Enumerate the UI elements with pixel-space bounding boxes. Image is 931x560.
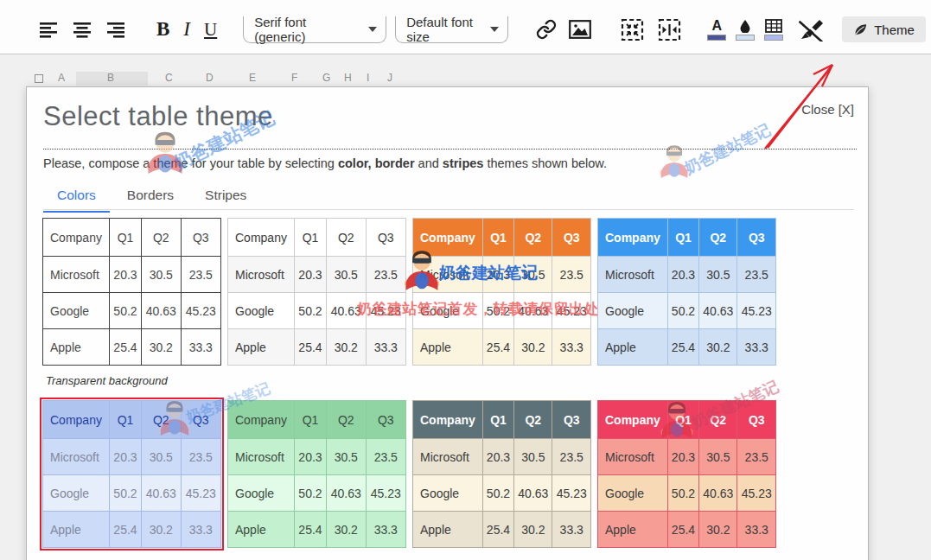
data-cell: Microsoft [228,257,295,293]
column-header-E[interactable]: E [249,72,256,84]
header-cell: Q2 [514,219,552,257]
leaf-icon [853,22,868,37]
column-header-D[interactable]: D [206,72,214,84]
data-cell: 20.3 [667,257,698,293]
column-header-J[interactable]: J [387,72,392,84]
data-cell: 45.23 [737,475,776,512]
select-all-checkbox[interactable] [35,74,43,83]
highlight-color-button[interactable] [736,19,755,41]
data-cell: 23.5 [737,439,776,475]
align-center-button[interactable] [73,21,92,38]
fit-table-content-button[interactable] [621,18,644,41]
tab-stripes[interactable]: Stripes [191,181,260,213]
header-cell: Q2 [699,401,737,439]
align-right-button[interactable] [106,21,125,38]
theme-card-periwinkle: CompanyQ1Q2Q3Microsoft20.330.523.5Google… [42,400,221,551]
data-cell: 45.23 [737,293,776,329]
column-header-A[interactable]: A [58,72,65,84]
data-cell: 20.3 [109,257,141,293]
column-header-C[interactable]: C [165,72,173,84]
bold-button[interactable]: B [156,18,169,41]
theme-table-periwinkle[interactable]: CompanyQ1Q2Q3Microsoft20.330.523.5Google… [42,400,221,548]
font-size-select[interactable]: Default font size [395,16,508,43]
data-cell: 20.3 [482,257,513,293]
data-cell: 30.5 [699,439,737,475]
insert-image-button[interactable] [569,20,591,39]
highlight-color-swatch [736,35,755,41]
italic-button[interactable]: I [183,18,190,41]
data-cell: 33.3 [181,512,221,548]
dialog-description: Please, compose a theme for your table b… [43,156,607,170]
fit-table-width-button[interactable] [658,18,681,41]
data-cell: 30.2 [699,329,737,366]
font-family-select[interactable]: Serif font (generic) [243,16,386,43]
theme-card-blue: CompanyQ1Q2Q3Microsoft20.330.523.5Google… [597,218,776,369]
data-cell: 25.4 [294,512,326,548]
header-cell: Company [43,401,110,439]
header-cell: Q3 [366,401,406,439]
theme-table-red[interactable]: CompanyQ1Q2Q3Microsoft20.330.523.5Google… [597,400,776,548]
theme-card-red: CompanyQ1Q2Q3Microsoft20.330.523.5Google… [597,400,776,551]
theme-table-orange[interactable]: CompanyQ1Q2Q3Microsoft20.330.523.5Google… [412,218,591,366]
data-cell: 50.2 [482,475,513,512]
data-cell: 45.23 [552,293,591,329]
header-cell: Q1 [482,219,513,257]
data-cell: 40.63 [699,475,737,512]
theme-button[interactable]: Theme [842,16,926,42]
data-cell: 25.4 [109,329,141,366]
theme-table-transparent[interactable]: CompanyQ1Q2Q3Microsoft20.330.523.5Google… [42,218,221,366]
data-cell: 40.63 [514,475,552,512]
theme-table-green[interactable]: CompanyQ1Q2Q3Microsoft20.330.523.5Google… [227,400,406,548]
tab-borders[interactable]: Borders [113,181,188,213]
column-header-I[interactable]: I [367,72,369,84]
data-cell: 20.3 [294,257,326,293]
data-cell: 23.5 [181,257,221,293]
column-header-G[interactable]: G [322,72,330,84]
table-color-button[interactable] [764,19,783,41]
header-cell: Q3 [552,219,591,257]
column-header-H[interactable]: H [344,72,352,84]
data-cell: Google [598,475,668,512]
data-cell: 30.5 [514,257,552,293]
align-left-icon [39,21,58,38]
column-header-B[interactable]: B [107,72,114,84]
header-cell: Company [228,401,295,439]
font-family-value: Serif font (generic) [254,15,356,44]
tab-colors[interactable]: Colors [43,181,110,213]
close-button[interactable]: Close [X] [801,102,854,117]
title-divider [43,149,857,150]
theme-table-blue[interactable]: CompanyQ1Q2Q3Microsoft20.330.523.5Google… [597,218,776,366]
data-cell: 30.5 [327,257,366,293]
data-cell: Google [43,293,110,329]
data-cell: 33.3 [366,329,406,366]
header-cell: Q1 [482,401,513,439]
insert-link-button[interactable] [536,19,557,40]
fit-content-icon [621,18,644,41]
data-cell: Apple [228,329,295,366]
data-cell: 30.2 [142,329,181,366]
data-cell: 40.63 [142,293,181,329]
sheet-header-row: ABCDEFGHIJ [0,54,931,89]
header-cell: Q2 [327,401,366,439]
dialog-title: Select table theme [43,101,273,132]
data-cell: 25.4 [667,512,698,548]
theme-card-transparent: CompanyQ1Q2Q3Microsoft20.330.523.5Google… [42,218,221,369]
data-cell: Microsoft [413,439,483,475]
column-header-F[interactable]: F [291,72,297,84]
data-cell: 23.5 [552,439,591,475]
data-cell: 20.3 [482,439,513,475]
text-color-button[interactable]: A [707,19,726,41]
data-cell: 30.5 [327,439,366,475]
data-cell: Apple [228,512,295,548]
data-cell: Google [413,475,483,512]
description-bold: stripes [443,156,484,170]
clear-format-button[interactable] [799,17,825,41]
theme-button-label: Theme [874,22,915,37]
theme-table-slate[interactable]: CompanyQ1Q2Q3Microsoft20.330.523.5Google… [412,400,591,548]
theme-card-orange: CompanyQ1Q2Q3Microsoft20.330.523.5Google… [412,218,591,369]
data-cell: 50.2 [294,475,326,512]
underline-button[interactable]: U [204,19,217,41]
theme-table-plain-light[interactable]: CompanyQ1Q2Q3Microsoft20.330.523.5Google… [227,218,406,366]
align-left-button[interactable] [39,21,58,38]
header-cell: Q1 [109,401,141,439]
